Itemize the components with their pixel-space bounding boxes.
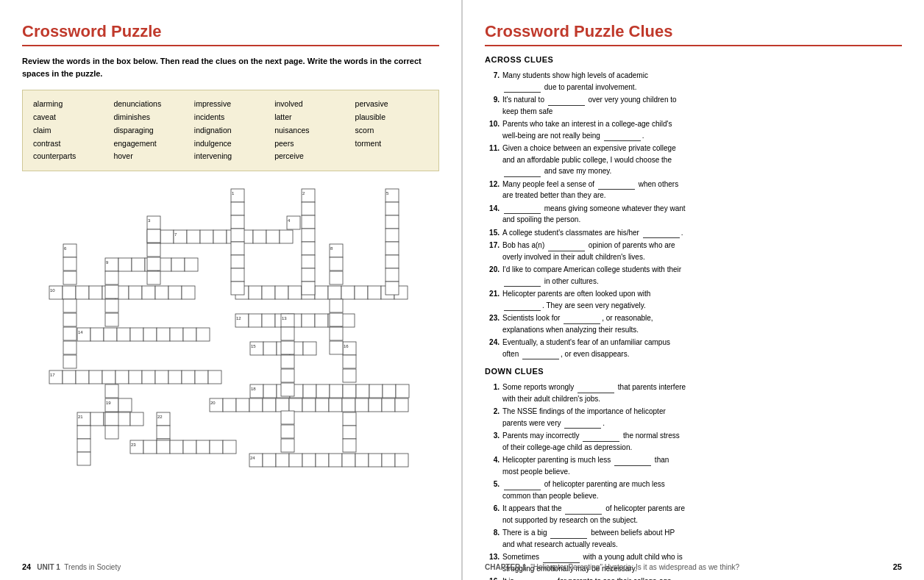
svg-rect-124 — [236, 398, 249, 412]
svg-rect-148 — [157, 426, 170, 439]
svg-rect-62 — [249, 314, 262, 327]
svg-rect-132 — [342, 398, 355, 412]
svg-rect-174 — [231, 229, 244, 242]
svg-rect-103 — [195, 370, 208, 384]
svg-rect-164 — [302, 454, 316, 467]
footer-unit: UNIT 1 Trends in Society — [37, 563, 121, 571]
svg-rect-38 — [89, 286, 102, 299]
svg-rect-110 — [303, 384, 316, 398]
svg-rect-201 — [330, 271, 343, 284]
svg-rect-102 — [182, 370, 195, 384]
svg-rect-214 — [105, 384, 118, 398]
footer-left: 24 UNIT 1 Trends in Society — [22, 562, 121, 571]
clue-d4: 4. Helicopter parenting is much less tha… — [485, 454, 686, 477]
svg-rect-113 — [343, 384, 356, 398]
svg-rect-42 — [142, 286, 155, 299]
svg-rect-101 — [168, 370, 182, 384]
svg-rect-169 — [369, 454, 382, 467]
svg-text:17: 17 — [50, 373, 55, 377]
svg-rect-198 — [63, 341, 77, 354]
svg-text:24: 24 — [250, 456, 255, 460]
svg-text:18: 18 — [251, 387, 256, 391]
svg-rect-85 — [263, 342, 277, 355]
svg-rect-227 — [343, 412, 356, 426]
svg-rect-217 — [281, 327, 294, 340]
clue-d3: 3. Parents may incorrectly the normal st… — [485, 430, 686, 453]
svg-rect-162 — [276, 454, 289, 467]
clue-d8: 8. There is a big between beliefs about … — [485, 527, 686, 550]
svg-rect-21 — [280, 230, 293, 243]
svg-rect-207 — [147, 243, 160, 257]
svg-rect-111 — [316, 384, 330, 398]
right-page-title: Crossword Puzzle Clues — [485, 22, 902, 46]
svg-rect-197 — [63, 327, 77, 340]
svg-rect-190 — [385, 255, 399, 268]
svg-rect-135 — [382, 398, 395, 412]
svg-rect-16 — [213, 230, 227, 243]
svg-rect-56 — [355, 286, 368, 299]
svg-text:22: 22 — [157, 415, 163, 419]
svg-rect-219 — [281, 355, 294, 368]
svg-rect-153 — [157, 440, 170, 454]
svg-rect-211 — [105, 285, 118, 298]
svg-rect-36 — [63, 286, 76, 299]
svg-rect-173 — [231, 215, 244, 229]
svg-rect-218 — [281, 341, 294, 354]
svg-rect-183 — [302, 255, 315, 268]
svg-rect-33 — [185, 258, 198, 271]
clue-15: 15. A college student's classmates are h… — [485, 227, 686, 239]
svg-rect-41 — [129, 286, 142, 299]
svg-rect-212 — [105, 299, 118, 312]
word-col-5: pervasive plausible scorn torment — [355, 98, 428, 163]
svg-rect-179 — [302, 202, 315, 215]
svg-rect-224 — [281, 439, 294, 452]
word-col-3: impressive incidents indignation indulge… — [194, 98, 267, 163]
svg-rect-48 — [249, 286, 262, 299]
svg-rect-202 — [330, 299, 343, 312]
svg-rect-117 — [396, 384, 409, 398]
svg-rect-94 — [76, 370, 89, 384]
clue-17: 17. Bob has a(n) opinion of parents who … — [485, 240, 686, 262]
svg-rect-177 — [231, 268, 244, 282]
clue-21: 21. Helicopter parents are often looked … — [485, 288, 686, 311]
clues-area: 7. Many students show high levels of aca… — [485, 70, 902, 580]
left-page-number: 24 — [22, 562, 31, 571]
svg-rect-156 — [196, 440, 210, 454]
svg-rect-54 — [328, 286, 341, 299]
svg-rect-20 — [266, 230, 280, 243]
across-clues: 7. Many students show high levels of aca… — [485, 70, 686, 580]
svg-rect-139 — [90, 412, 104, 426]
svg-rect-134 — [369, 398, 382, 412]
instructions: Review the words in the box below. Then … — [22, 55, 439, 79]
svg-rect-80 — [170, 328, 183, 341]
svg-rect-216 — [105, 426, 118, 439]
svg-rect-206 — [147, 229, 160, 243]
svg-rect-67 — [315, 314, 328, 327]
svg-text:23: 23 — [131, 443, 136, 447]
svg-rect-146 — [77, 439, 90, 452]
svg-rect-163 — [289, 454, 302, 467]
svg-rect-228 — [343, 426, 356, 439]
svg-rect-66 — [302, 314, 315, 327]
word-col-4: involved latter nuisances peers perceive — [274, 98, 347, 163]
down-header: DOWN CLUES — [485, 367, 686, 376]
svg-rect-195 — [63, 299, 77, 312]
svg-rect-168 — [355, 454, 369, 467]
svg-text:21: 21 — [78, 415, 83, 419]
clue-9: 9. It's natural to over very young child… — [485, 94, 686, 117]
svg-rect-205 — [330, 341, 343, 354]
svg-rect-74 — [90, 328, 104, 341]
svg-rect-186 — [385, 202, 399, 215]
svg-rect-209 — [147, 271, 160, 284]
svg-rect-165 — [316, 454, 329, 467]
svg-rect-210 — [105, 271, 118, 284]
svg-rect-191 — [385, 268, 399, 282]
svg-rect-98 — [129, 370, 142, 384]
svg-text:10: 10 — [50, 288, 55, 293]
svg-rect-222 — [281, 411, 294, 424]
book-spread: Crossword Puzzle Review the words in the… — [0, 0, 924, 580]
svg-rect-123 — [223, 398, 236, 412]
svg-rect-215 — [105, 412, 118, 426]
svg-rect-79 — [157, 328, 170, 341]
svg-rect-154 — [170, 440, 183, 454]
